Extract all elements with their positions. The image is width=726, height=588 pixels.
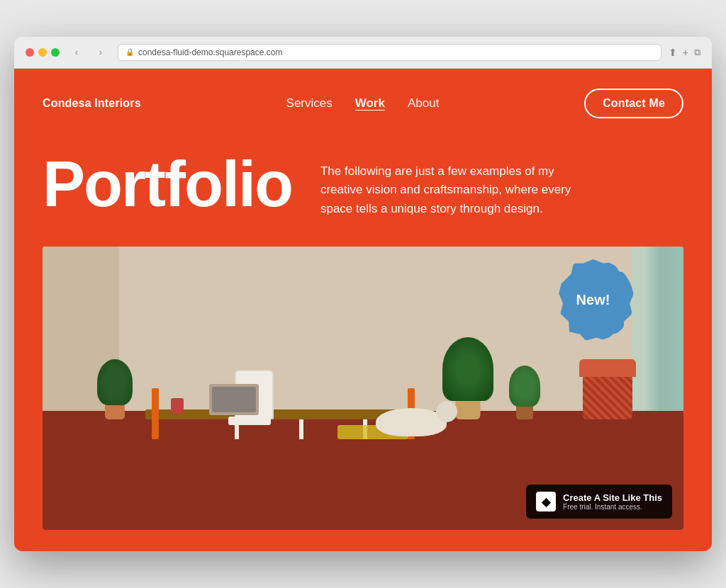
maximize-button[interactable]	[51, 48, 60, 57]
browser-chrome: ‹ › 🔒 condesa-fluid-demo.squarespace.com…	[14, 37, 712, 69]
new-badge-text: New!	[576, 292, 610, 308]
squarespace-badge[interactable]: ◆ Create A Site Like This Free trial. In…	[526, 485, 672, 519]
share-icon[interactable]: ⬆	[669, 47, 677, 58]
browser-actions: ⬆ + ⧉	[669, 47, 700, 58]
photo-container: New! ◆ Create A Site Like This Free tria…	[43, 247, 683, 530]
chair-leg-2	[299, 419, 303, 439]
nav-link-work[interactable]: Work	[355, 96, 385, 110]
squarespace-icon: ◆	[536, 492, 556, 511]
site-content: Condesa Interiors Services Work About Co…	[14, 69, 712, 551]
nav-link-services[interactable]: Services	[286, 96, 333, 110]
new-tab-icon[interactable]: +	[683, 47, 688, 58]
nav-link-about[interactable]: About	[408, 96, 439, 110]
sq-icon-symbol: ◆	[542, 495, 550, 509]
url-text: condesa-fluid-demo.squarespace.com	[138, 47, 282, 57]
laptop	[209, 384, 259, 415]
plant-right	[507, 363, 542, 419]
dog	[376, 408, 447, 436]
squarespace-text: Create A Site Like This Free trial. Inst…	[563, 492, 662, 511]
squarespace-main-text: Create A Site Like This	[563, 492, 662, 503]
portfolio-image: New! ◆ Create A Site Like This Free tria…	[43, 247, 683, 530]
site-logo[interactable]: Condesa Interiors	[43, 97, 141, 110]
contact-button[interactable]: Contact Me	[584, 89, 683, 118]
bottom-padding	[14, 530, 712, 551]
hero-description: The following are just a few examples of…	[320, 152, 576, 218]
minimize-button[interactable]	[38, 48, 47, 57]
nav-links: Services Work About	[286, 96, 440, 111]
site-nav: Condesa Interiors Services Work About Co…	[14, 69, 712, 138]
chair-leg-1	[235, 419, 239, 439]
armchair	[583, 373, 632, 419]
plant-left	[94, 356, 136, 419]
close-button[interactable]	[26, 48, 34, 57]
window	[632, 247, 683, 411]
tabs-icon[interactable]: ⧉	[694, 47, 700, 58]
address-bar[interactable]: 🔒 condesa-fluid-demo.squarespace.com	[118, 44, 661, 61]
squarespace-sub-text: Free trial. Instant access.	[563, 503, 662, 511]
hero-title: Portfolio	[43, 152, 292, 216]
lock-icon: 🔒	[125, 48, 134, 56]
desk-item	[171, 398, 184, 414]
traffic-lights	[26, 48, 60, 57]
forward-button[interactable]: ›	[91, 45, 111, 60]
browser-nav: ‹ ›	[67, 45, 111, 60]
back-button[interactable]: ‹	[67, 45, 86, 60]
table-leg-left	[152, 388, 159, 439]
browser-window: ‹ › 🔒 condesa-fluid-demo.squarespace.com…	[14, 37, 712, 551]
hero-section: Portfolio The following are just a few e…	[14, 138, 712, 247]
